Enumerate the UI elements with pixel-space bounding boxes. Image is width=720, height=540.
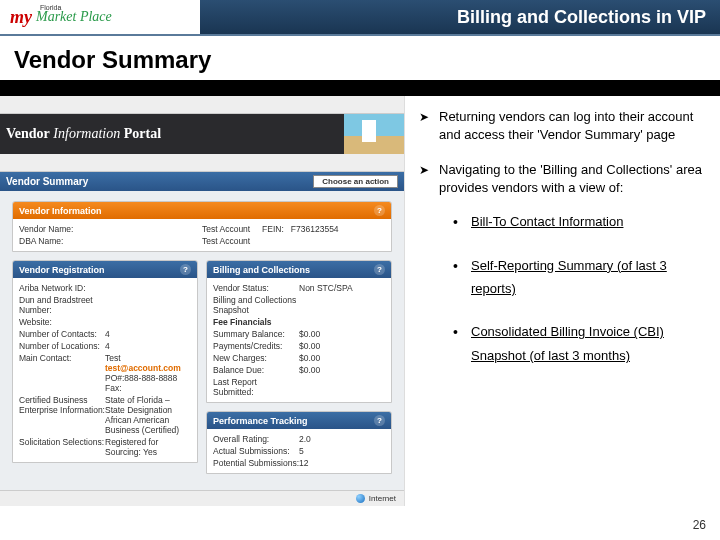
balance-due-value: $0.00: [299, 365, 385, 375]
vendor-status-label: Vendor Status:: [213, 283, 299, 293]
dba-label: DBA Name:: [19, 236, 202, 246]
fee-financials-link[interactable]: Fee Financials: [213, 317, 299, 327]
subbullet-3-line1: Consolidated Billing Invoice (CBI): [471, 324, 664, 339]
overall-rating-label: Overall Rating:: [213, 434, 299, 444]
vendor-status-value: Non STC/SPA: [299, 283, 385, 293]
main-contact-email[interactable]: test@account.com: [105, 363, 191, 373]
choose-action-dropdown[interactable]: Choose an action: [313, 175, 398, 188]
screenshot: Vendor Information Portal Vendor Summary…: [0, 96, 405, 506]
potential-subs-label: Potential Submissions:: [213, 458, 299, 468]
main-contact-name: Test: [105, 353, 191, 363]
locations-value: 4: [105, 341, 191, 351]
vip-banner: Vendor Information Portal: [0, 114, 404, 154]
vip-banner-title: Vendor Information Portal: [0, 126, 161, 142]
panel-title-registration: Vendor Registration: [19, 265, 105, 275]
subbullet-3-line2: Snapshot (of last 3 months): [471, 348, 630, 363]
slide-header: my Florida Market Place Billing and Coll…: [0, 0, 720, 36]
logo-marketplace: Market Place: [36, 9, 112, 25]
header-title: Billing and Collections in VIP: [200, 0, 720, 34]
subbullet-1-text: Bill-To Contact Information: [471, 214, 623, 229]
cbe-label: Certified Business Enterprise Informatio…: [19, 395, 105, 435]
main-contact-fax: Fax:: [105, 383, 191, 393]
actual-subs-value: 5: [299, 446, 385, 456]
banner-photo: [344, 114, 404, 154]
page-number: 26: [693, 518, 706, 532]
status-internet: Internet: [369, 494, 396, 503]
help-icon[interactable]: ?: [374, 415, 385, 426]
internet-icon: [356, 494, 365, 503]
potential-subs-value: 12: [299, 458, 385, 468]
subbullet-3: Consolidated Billing Invoice (CBI)Snapsh…: [453, 320, 706, 367]
subbullet-2-line2: reports): [471, 281, 516, 296]
main-contact-label: Main Contact:: [19, 353, 105, 393]
black-divider: [0, 80, 720, 96]
vendor-summary-bar: Vendor Summary Choose an action: [0, 172, 404, 191]
sol-value: Registered for Sourcing: Yes: [105, 437, 191, 457]
panel-title-billing: Billing and Collections: [213, 265, 310, 275]
panel-title-vendor-info: Vendor Information: [19, 206, 102, 216]
vip-word-vendor: Vendor: [6, 126, 50, 141]
payments-value: $0.00: [299, 341, 385, 351]
panel-registration: Vendor Registration? Ariba Network ID: D…: [12, 260, 198, 463]
summary-balance-value: $0.00: [299, 329, 385, 339]
vendor-name-value: Test Account: [202, 224, 250, 234]
new-charges-value: $0.00: [299, 353, 385, 363]
contacts-value: 4: [105, 329, 191, 339]
main-contact-phone: PO#:888-888-8888: [105, 373, 191, 383]
page-toolbar: [0, 154, 404, 172]
panel-title-performance: Performance Tracking: [213, 416, 308, 426]
vip-word-portal: Portal: [124, 126, 161, 141]
sol-label: Solicitation Selections:: [19, 437, 105, 457]
bullet-2-text: Navigating to the 'Billing and Collectio…: [439, 161, 706, 196]
overall-rating-value: 2.0: [299, 434, 385, 444]
browser-toolbar: [0, 96, 404, 114]
fein-label: FEIN:: [262, 224, 284, 234]
payments-label: Payments/Credits:: [213, 341, 299, 351]
bullet-column: Returning vendors can log into their acc…: [405, 96, 720, 506]
dba-value: Test Account: [202, 236, 385, 246]
contacts-label: Number of Contacts:: [19, 329, 105, 339]
panel-performance: Performance Tracking? Overall Rating:2.0…: [206, 411, 392, 474]
cbe-value: State of Florida – State Designation Afr…: [105, 395, 191, 435]
panel-billing: Billing and Collections? Vendor Status:N…: [206, 260, 392, 403]
help-icon[interactable]: ?: [180, 264, 191, 275]
subbullet-1: Bill-To Contact Information: [453, 210, 706, 233]
logo-florida: Florida: [40, 4, 61, 11]
ariba-label: Ariba Network ID:: [19, 283, 105, 293]
panel-vendor-info: Vendor Information? Vendor Name:Test Acc…: [12, 201, 392, 252]
last-report-label: Last Report Submitted:: [213, 377, 299, 397]
dnb-label: Dun and Bradstreet Number:: [19, 295, 105, 315]
balance-due-label: Balance Due:: [213, 365, 299, 375]
summary-balance-label: Summary Balance:: [213, 329, 299, 339]
website-label: Website:: [19, 317, 105, 327]
actual-subs-label: Actual Submissions:: [213, 446, 299, 456]
section-title: Vendor Summary: [0, 36, 720, 80]
vendor-name-label: Vendor Name:: [19, 224, 202, 234]
help-icon[interactable]: ?: [374, 264, 385, 275]
bcs-label: Billing and Collections Snapshot: [213, 295, 299, 315]
bullet-1: Returning vendors can log into their acc…: [419, 108, 706, 143]
bullet-2: Navigating to the 'Billing and Collectio…: [419, 161, 706, 367]
subbullet-2-line1: Self-Reporting Summary (of last 3: [471, 258, 667, 273]
vip-word-info: Information: [53, 126, 120, 141]
new-charges-label: New Charges:: [213, 353, 299, 363]
logo: my Florida Market Place: [0, 0, 200, 34]
fein-value: F736123554: [291, 224, 339, 234]
locations-label: Number of Locations:: [19, 341, 105, 351]
help-icon[interactable]: ?: [374, 205, 385, 216]
subbullet-2: Self-Reporting Summary (of last 3reports…: [453, 254, 706, 301]
vendor-summary-label: Vendor Summary: [6, 176, 88, 187]
logo-my: my: [10, 8, 32, 26]
browser-statusbar: Internet: [0, 490, 404, 506]
